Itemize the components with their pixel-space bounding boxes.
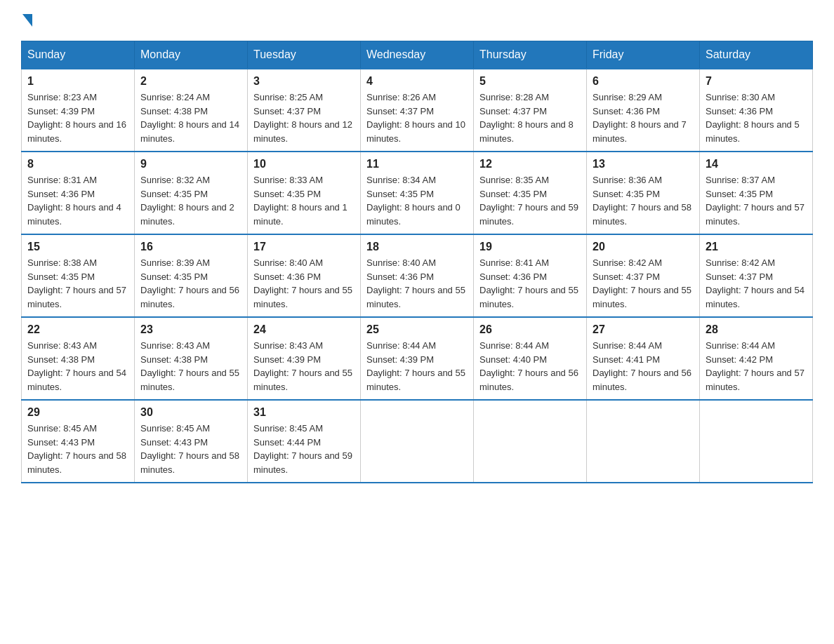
- day-number: 8: [27, 158, 128, 170]
- day-info: Sunrise: 8:29 AMSunset: 4:36 PMDaylight:…: [593, 90, 694, 145]
- calendar-table: SundayMondayTuesdayWednesdayThursdayFrid…: [21, 41, 813, 483]
- day-number: 26: [479, 323, 581, 336]
- day-info: Sunrise: 8:31 AMSunset: 4:36 PMDaylight:…: [27, 173, 128, 228]
- calendar-day-cell: 30Sunrise: 8:45 AMSunset: 4:43 PMDayligh…: [135, 400, 248, 483]
- calendar-day-cell: 22Sunrise: 8:43 AMSunset: 4:38 PMDayligh…: [22, 317, 135, 400]
- calendar-day-cell: [361, 400, 474, 483]
- calendar-day-cell: 18Sunrise: 8:40 AMSunset: 4:36 PMDayligh…: [361, 234, 474, 317]
- day-info: Sunrise: 8:23 AMSunset: 4:39 PMDaylight:…: [27, 90, 128, 145]
- calendar-day-cell: [700, 400, 813, 483]
- calendar-week-row: 29Sunrise: 8:45 AMSunset: 4:43 PMDayligh…: [22, 400, 813, 483]
- day-info: Sunrise: 8:45 AMSunset: 4:44 PMDaylight:…: [253, 422, 355, 476]
- day-number: 2: [140, 75, 241, 88]
- calendar-day-cell: 29Sunrise: 8:45 AMSunset: 4:43 PMDayligh…: [22, 400, 135, 483]
- day-of-week-header: Monday: [135, 41, 248, 69]
- day-info: Sunrise: 8:39 AMSunset: 4:35 PMDaylight:…: [140, 256, 241, 311]
- day-number: 14: [706, 158, 807, 170]
- calendar-week-row: 22Sunrise: 8:43 AMSunset: 4:38 PMDayligh…: [22, 317, 813, 400]
- day-info: Sunrise: 8:44 AMSunset: 4:42 PMDaylight:…: [706, 339, 807, 394]
- day-number: 15: [27, 241, 128, 253]
- day-info: Sunrise: 8:44 AMSunset: 4:41 PMDaylight:…: [593, 339, 694, 394]
- calendar-week-row: 1Sunrise: 8:23 AMSunset: 4:39 PMDaylight…: [22, 69, 813, 152]
- calendar-day-cell: 14Sunrise: 8:37 AMSunset: 4:35 PMDayligh…: [700, 152, 813, 234]
- day-info: Sunrise: 8:32 AMSunset: 4:35 PMDaylight:…: [140, 173, 241, 228]
- day-number: 24: [253, 323, 355, 336]
- day-info: Sunrise: 8:24 AMSunset: 4:38 PMDaylight:…: [140, 90, 241, 145]
- page-header: [21, 14, 813, 27]
- day-number: 10: [253, 158, 355, 170]
- day-number: 30: [140, 406, 241, 419]
- calendar-day-cell: 9Sunrise: 8:32 AMSunset: 4:35 PMDaylight…: [135, 152, 248, 234]
- day-number: 12: [479, 158, 581, 170]
- day-info: Sunrise: 8:42 AMSunset: 4:37 PMDaylight:…: [593, 256, 694, 311]
- day-info: Sunrise: 8:43 AMSunset: 4:39 PMDaylight:…: [253, 339, 355, 394]
- calendar-day-cell: 24Sunrise: 8:43 AMSunset: 4:39 PMDayligh…: [248, 317, 361, 400]
- day-info: Sunrise: 8:45 AMSunset: 4:43 PMDaylight:…: [27, 422, 128, 476]
- day-number: 27: [593, 323, 694, 336]
- calendar-day-cell: 19Sunrise: 8:41 AMSunset: 4:36 PMDayligh…: [474, 234, 587, 317]
- calendar-day-cell: 26Sunrise: 8:44 AMSunset: 4:40 PMDayligh…: [474, 317, 587, 400]
- day-info: Sunrise: 8:34 AMSunset: 4:35 PMDaylight:…: [366, 173, 468, 228]
- day-number: 31: [253, 406, 355, 419]
- calendar-day-cell: 28Sunrise: 8:44 AMSunset: 4:42 PMDayligh…: [700, 317, 813, 400]
- calendar-day-cell: 4Sunrise: 8:26 AMSunset: 4:37 PMDaylight…: [361, 69, 474, 152]
- day-info: Sunrise: 8:40 AMSunset: 4:36 PMDaylight:…: [253, 256, 355, 311]
- day-of-week-header: Wednesday: [361, 41, 474, 69]
- calendar-day-cell: [474, 400, 587, 483]
- day-number: 9: [140, 158, 241, 170]
- logo: [21, 14, 34, 27]
- day-number: 21: [706, 241, 807, 253]
- day-number: 4: [366, 75, 468, 88]
- day-info: Sunrise: 8:40 AMSunset: 4:36 PMDaylight:…: [366, 256, 468, 311]
- day-info: Sunrise: 8:38 AMSunset: 4:35 PMDaylight:…: [27, 256, 128, 311]
- day-info: Sunrise: 8:26 AMSunset: 4:37 PMDaylight:…: [366, 90, 468, 145]
- calendar-day-cell: 2Sunrise: 8:24 AMSunset: 4:38 PMDaylight…: [135, 69, 248, 152]
- calendar-day-cell: 25Sunrise: 8:44 AMSunset: 4:39 PMDayligh…: [361, 317, 474, 400]
- calendar-day-cell: 17Sunrise: 8:40 AMSunset: 4:36 PMDayligh…: [248, 234, 361, 317]
- day-info: Sunrise: 8:35 AMSunset: 4:35 PMDaylight:…: [479, 173, 581, 228]
- day-number: 17: [253, 241, 355, 253]
- calendar-day-cell: 21Sunrise: 8:42 AMSunset: 4:37 PMDayligh…: [700, 234, 813, 317]
- calendar-day-cell: 13Sunrise: 8:36 AMSunset: 4:35 PMDayligh…: [587, 152, 700, 234]
- calendar-day-cell: 16Sunrise: 8:39 AMSunset: 4:35 PMDayligh…: [135, 234, 248, 317]
- day-number: 29: [27, 406, 128, 419]
- day-info: Sunrise: 8:45 AMSunset: 4:43 PMDaylight:…: [140, 422, 241, 476]
- day-number: 6: [593, 75, 694, 88]
- calendar-day-cell: 20Sunrise: 8:42 AMSunset: 4:37 PMDayligh…: [587, 234, 700, 317]
- calendar-day-cell: 27Sunrise: 8:44 AMSunset: 4:41 PMDayligh…: [587, 317, 700, 400]
- calendar-week-row: 8Sunrise: 8:31 AMSunset: 4:36 PMDaylight…: [22, 152, 813, 234]
- day-number: 13: [593, 158, 694, 170]
- calendar-day-cell: [587, 400, 700, 483]
- day-info: Sunrise: 8:37 AMSunset: 4:35 PMDaylight:…: [706, 173, 807, 228]
- day-number: 22: [27, 323, 128, 336]
- day-number: 11: [366, 158, 468, 170]
- day-number: 16: [140, 241, 241, 253]
- calendar-day-cell: 6Sunrise: 8:29 AMSunset: 4:36 PMDaylight…: [587, 69, 700, 152]
- day-info: Sunrise: 8:43 AMSunset: 4:38 PMDaylight:…: [27, 339, 128, 394]
- calendar-day-cell: 11Sunrise: 8:34 AMSunset: 4:35 PMDayligh…: [361, 152, 474, 234]
- calendar-day-cell: 23Sunrise: 8:43 AMSunset: 4:38 PMDayligh…: [135, 317, 248, 400]
- day-number: 7: [706, 75, 807, 88]
- day-info: Sunrise: 8:41 AMSunset: 4:36 PMDaylight:…: [479, 256, 581, 311]
- day-info: Sunrise: 8:44 AMSunset: 4:40 PMDaylight:…: [479, 339, 581, 394]
- day-info: Sunrise: 8:28 AMSunset: 4:37 PMDaylight:…: [479, 90, 581, 145]
- day-number: 23: [140, 323, 241, 336]
- day-number: 1: [27, 75, 128, 88]
- calendar-week-row: 15Sunrise: 8:38 AMSunset: 4:35 PMDayligh…: [22, 234, 813, 317]
- day-number: 5: [479, 75, 581, 88]
- day-info: Sunrise: 8:42 AMSunset: 4:37 PMDaylight:…: [706, 256, 807, 311]
- calendar-day-cell: 3Sunrise: 8:25 AMSunset: 4:37 PMDaylight…: [248, 69, 361, 152]
- day-info: Sunrise: 8:36 AMSunset: 4:35 PMDaylight:…: [593, 173, 694, 228]
- calendar-day-cell: 7Sunrise: 8:30 AMSunset: 4:36 PMDaylight…: [700, 69, 813, 152]
- day-of-week-header: Thursday: [474, 41, 587, 69]
- day-of-week-header: Saturday: [700, 41, 813, 69]
- calendar-day-cell: 8Sunrise: 8:31 AMSunset: 4:36 PMDaylight…: [22, 152, 135, 234]
- day-of-week-header: Friday: [587, 41, 700, 69]
- logo-arrow-icon: [22, 14, 32, 27]
- day-info: Sunrise: 8:30 AMSunset: 4:36 PMDaylight:…: [706, 90, 807, 145]
- day-of-week-header: Sunday: [22, 41, 135, 69]
- day-number: 20: [593, 241, 694, 253]
- calendar-day-cell: 31Sunrise: 8:45 AMSunset: 4:44 PMDayligh…: [248, 400, 361, 483]
- calendar-day-cell: 5Sunrise: 8:28 AMSunset: 4:37 PMDaylight…: [474, 69, 587, 152]
- calendar-day-cell: 15Sunrise: 8:38 AMSunset: 4:35 PMDayligh…: [22, 234, 135, 317]
